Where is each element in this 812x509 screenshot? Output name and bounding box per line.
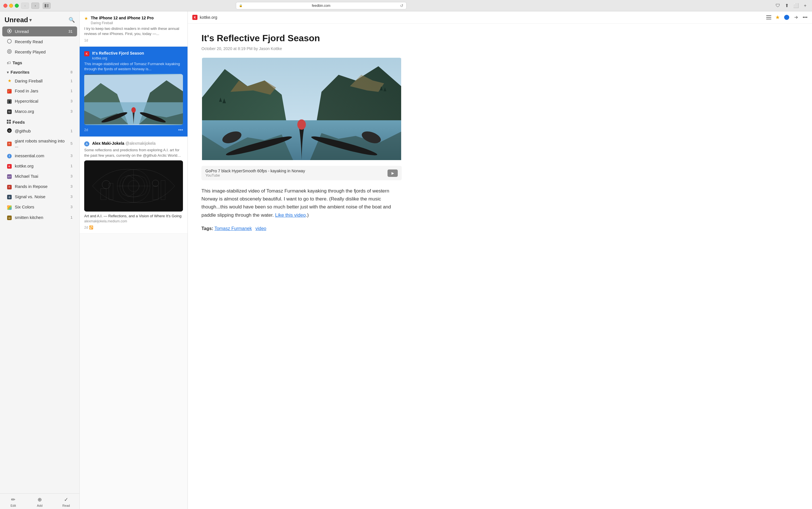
kottke-label: kottke.org xyxy=(15,164,68,168)
read-status-button[interactable] xyxy=(784,14,789,20)
add-button[interactable]: ⊕ Add xyxy=(27,497,53,507)
read-button[interactable]: ✓ Read xyxy=(53,497,79,507)
article-item-alex-ai[interactable]: A Alex Maki-Jokela @alexmakijokela Some … xyxy=(80,137,188,233)
recently-read-label: Recently Read xyxy=(15,39,72,44)
article-item-kottke-fjord[interactable]: K It's Reflective Fjord Season kottke.or… xyxy=(80,47,188,137)
edit-button[interactable]: ✏ Edit xyxy=(0,497,27,507)
smitten-kitchen-icon: sk xyxy=(7,215,12,220)
more-options-button[interactable]: ••• xyxy=(803,15,807,20)
content-body-text: This image-stabilized video of Tomasz Fu… xyxy=(201,187,402,219)
sidebar-item-six-colors[interactable]: 🌈 Six Colors 3 xyxy=(2,202,77,212)
sidebar-item-signal-vs-noise[interactable]: ✛ Signal vs. Noise 3 xyxy=(2,192,77,202)
inessential-count: 3 xyxy=(71,154,72,158)
star-button[interactable]: ★ xyxy=(775,14,780,21)
forward-button[interactable]: › xyxy=(31,3,39,9)
close-button[interactable] xyxy=(3,4,7,8)
svg-rect-10 xyxy=(9,120,11,122)
kottke-favicon: K xyxy=(84,51,89,56)
marco-org-label: Marco.org xyxy=(15,109,68,114)
article-title-block: Alex Maki-Jokela @alexmakijokela xyxy=(92,141,183,146)
article-meta: 2d 🔁 xyxy=(84,226,183,230)
url-bar[interactable]: 🔒 feedbin.com ↺ xyxy=(236,2,407,9)
search-button[interactable]: 🔍 xyxy=(69,17,75,23)
share-button[interactable]: ⬆ xyxy=(784,2,790,9)
sidebar-bottom: ✏ Edit ⊕ Add ✓ Read xyxy=(0,494,79,509)
content-area: K kottke.org ★ ••• It's Reflective Fjord… xyxy=(188,11,812,509)
sidebar-toggle-button[interactable] xyxy=(43,3,51,9)
sidebar-item-inessential[interactable]: i inessential.com 3 xyxy=(2,151,77,161)
sidebar-item-rands[interactable]: R Rands in Repose 3 xyxy=(2,181,77,192)
feeds-section-header[interactable]: Feeds xyxy=(2,117,77,126)
article-item-daring-fireball[interactable]: ★ The iPhone 12 and iPhone 12 Pro Daring… xyxy=(80,11,188,47)
new-tab-button[interactable]: + xyxy=(802,2,809,9)
rands-icon: R xyxy=(7,184,12,190)
yt-caption-source: YouTube xyxy=(205,173,305,177)
article-time: 1d xyxy=(84,38,88,42)
sidebar-item-food-in-jars[interactable]: 🍅 Food in Jars 1 xyxy=(2,86,77,96)
github-count: 1 xyxy=(71,129,72,133)
svg-rect-0 xyxy=(45,4,46,7)
sidebar-item-recently-read[interactable]: Recently Read xyxy=(2,37,77,47)
article-preview: Some reflections and predictions from ex… xyxy=(84,147,183,158)
like-video-link[interactable]: Like this video xyxy=(275,212,306,218)
app-body: Unread ▾ 🔍 Unread 31 Recently Read xyxy=(0,11,812,509)
tags-section-header[interactable]: 🏷 Tags xyxy=(2,58,77,66)
kottke-count: 1 xyxy=(71,164,72,168)
content-toolbar-actions: ★ ••• xyxy=(766,14,807,21)
sidebar-item-recently-played[interactable]: Recently Played xyxy=(2,47,77,57)
sidebar-item-kottke[interactable]: K kottke.org 1 xyxy=(2,161,77,171)
sidebar-item-unread[interactable]: Unread 31 xyxy=(2,27,77,36)
reload-icon[interactable]: ↺ xyxy=(400,3,403,8)
article-item-header: K It's Reflective Fjord Season kottke.or… xyxy=(84,50,183,60)
article-time: 2d xyxy=(84,128,88,132)
svg-rect-11 xyxy=(7,122,8,124)
sidebar-title[interactable]: Unread ▾ xyxy=(5,16,32,24)
back-button[interactable]: ‹ xyxy=(21,3,29,9)
favorites-section-header[interactable]: ▾ Favorites 8 xyxy=(2,67,77,76)
tag-tomasz-furmanek[interactable]: Tomasz Furmanek xyxy=(215,226,252,231)
sidebar-item-daring-fireball[interactable]: ★ Daring Fireball 1 xyxy=(2,76,77,86)
tag-video[interactable]: video xyxy=(256,226,266,231)
sidebar-item-smitten-kitchen[interactable]: sk smitten kitchen 1 xyxy=(2,212,77,223)
shield-button[interactable]: 🛡 xyxy=(774,2,781,9)
ai-article-title: Art and A.I. — Reflections, and a Vision… xyxy=(84,214,183,219)
article-time: 2d 🔁 xyxy=(84,226,93,230)
article-preview: This image-stabilized video of Tomasz Fu… xyxy=(84,61,183,72)
minimize-button[interactable] xyxy=(9,4,13,8)
youtube-caption: GoPro 7 black HyperSmooth 60fps - kayaki… xyxy=(201,166,402,180)
svg-rect-36 xyxy=(766,15,771,16)
article-thumbnail-ai xyxy=(84,160,183,211)
read-icon: ✓ xyxy=(64,497,68,503)
view-options-button[interactable] xyxy=(766,15,771,19)
signal-vs-noise-count: 3 xyxy=(71,195,72,199)
article-source: kottke.org xyxy=(92,56,183,60)
share-article-button[interactable] xyxy=(793,15,799,20)
svg-rect-2 xyxy=(47,5,48,6)
article-item-header: ★ The iPhone 12 and iPhone 12 Pro Daring… xyxy=(84,15,183,25)
yt-caption-title: GoPro 7 black HyperSmooth 60fps - kayaki… xyxy=(205,169,305,173)
article-preview: I try to keep two distinct readers in mi… xyxy=(84,26,183,36)
traffic-lights xyxy=(3,4,19,8)
unread-label: Unread xyxy=(15,29,66,34)
maximize-button[interactable] xyxy=(15,4,19,8)
content-main-image xyxy=(201,58,402,161)
marco-org-count: 3 xyxy=(71,109,72,113)
more-options-icon[interactable]: ••• xyxy=(178,127,183,133)
sidebar-item-giant-robots[interactable]: R giant robots smashing into ... 5 xyxy=(2,136,77,150)
article-source: Daring Fireball xyxy=(91,21,183,25)
sidebar-item-github[interactable]: ⊙ @github 1 xyxy=(2,126,77,136)
giant-robots-label: giant robots smashing into ... xyxy=(15,138,68,148)
hypercritical-icon: 📱 xyxy=(7,98,12,104)
window-button[interactable]: ⬜ xyxy=(793,2,800,9)
food-in-jars-label: Food in Jars xyxy=(15,89,68,93)
svg-point-23 xyxy=(131,107,136,112)
article-title: The iPhone 12 and iPhone 12 Pro xyxy=(91,15,183,21)
edit-icon: ✏ xyxy=(11,497,15,503)
sidebar-item-michael-tsai[interactable]: MT Michael Tsai 3 xyxy=(2,171,77,181)
recently-read-icon xyxy=(7,39,12,44)
sidebar-item-marco-org[interactable]: M Marco.org 3 xyxy=(2,106,77,116)
youtube-button[interactable]: ▶ xyxy=(388,169,398,177)
smitten-kitchen-label: smitten kitchen xyxy=(15,215,68,220)
sidebar-item-hypercritical[interactable]: 📱 Hypercritical 3 xyxy=(2,96,77,106)
content-meta: October 20, 2020 at 8:19 PM by Jason Kot… xyxy=(201,46,402,51)
